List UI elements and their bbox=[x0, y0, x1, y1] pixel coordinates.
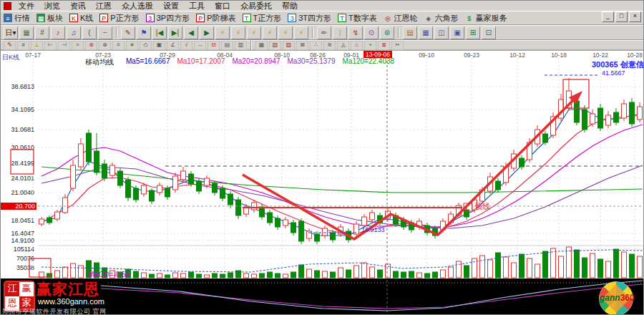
next-button[interactable]: ▶ bbox=[200, 26, 214, 39]
minus-button[interactable]: − bbox=[98, 26, 112, 39]
hatch1-button[interactable]: ▧ bbox=[269, 41, 281, 50]
tackl-button[interactable]: ⊢ bbox=[44, 41, 57, 50]
volume-bar bbox=[551, 248, 556, 278]
toolbar-item-gann-wheel[interactable]: ◎江恩轮 bbox=[384, 13, 418, 24]
dots-button[interactable]: ∴ bbox=[310, 41, 322, 50]
bolt1-button[interactable]: ⚡ bbox=[215, 26, 230, 39]
waves-button[interactable]: ≋ bbox=[323, 41, 336, 50]
menu-item-1[interactable]: 浏览 bbox=[39, 1, 65, 11]
toolbar-item-3t-square[interactable]: 33T四方形 bbox=[288, 13, 331, 24]
otimes-button[interactable]: ⊗ bbox=[99, 41, 111, 50]
menu-item-3[interactable]: 江恩 bbox=[91, 1, 117, 11]
bolt3-button[interactable]: ⚡ bbox=[247, 26, 261, 39]
flag-button[interactable]: ⚑ bbox=[137, 26, 151, 39]
pencil-button[interactable]: ✏ bbox=[317, 26, 331, 39]
cut-button[interactable]: ✂ bbox=[391, 41, 404, 50]
menu-item-5[interactable]: 设置 bbox=[158, 1, 184, 11]
candle-body bbox=[268, 213, 273, 223]
p-ladder-icon: P bbox=[196, 14, 205, 22]
candle-body bbox=[590, 114, 595, 124]
t-table-icon: T bbox=[338, 14, 346, 22]
paren-button[interactable]: ( bbox=[82, 26, 97, 39]
draw-pen-button[interactable]: ✎ bbox=[4, 41, 16, 50]
minimize-button[interactable]: _ bbox=[602, 11, 614, 22]
add-button[interactable]: ⊞ bbox=[466, 26, 480, 39]
bolt2-button[interactable]: ⚡ bbox=[231, 26, 245, 39]
toolbar-item-hexagon[interactable]: ◈六角形 bbox=[424, 13, 459, 24]
tackr-button[interactable]: ⊣ bbox=[58, 41, 70, 50]
note-red-button[interactable]: ♪ bbox=[51, 26, 65, 39]
main-toolbar: ≡行情▦板块KK线PP正方形33P四方形PP阶梯表TT正方形33T四方形TT数字… bbox=[1, 11, 644, 25]
ma-lines bbox=[42, 110, 643, 236]
root-button[interactable]: √ bbox=[180, 41, 192, 50]
toolbar-item-p-square[interactable]: PP正方形 bbox=[99, 13, 139, 24]
wave-button[interactable]: ≈ bbox=[72, 41, 84, 50]
oplus-button[interactable]: ⊕ bbox=[85, 41, 97, 50]
sq-button[interactable]: ▣ bbox=[153, 41, 165, 50]
restore-button[interactable]: □ bbox=[615, 11, 628, 22]
sheet1-button[interactable]: ▤ bbox=[221, 41, 233, 50]
bar-button[interactable]: | bbox=[333, 26, 347, 39]
prev-button[interactable]: ◀ bbox=[184, 26, 198, 39]
first-button[interactable]: |◀ bbox=[152, 26, 167, 39]
calc-button[interactable]: ▤ bbox=[403, 26, 417, 39]
equiv-button[interactable]: ≡ bbox=[112, 41, 125, 50]
note-blue-button[interactable]: ♫ bbox=[67, 26, 81, 39]
boxminus-button[interactable]: ⊟ bbox=[208, 41, 220, 50]
menu-item-2[interactable]: 资讯 bbox=[65, 1, 91, 11]
board-button[interactable]: ▣ bbox=[450, 26, 464, 39]
zap-button[interactable]: ↯ bbox=[348, 26, 363, 39]
angle-button[interactable]: ∠ bbox=[167, 41, 179, 50]
toolbar-item-quotes[interactable]: ≡行情 bbox=[4, 13, 30, 24]
grid2-button[interactable]: ▦ bbox=[255, 41, 268, 50]
boxx-button[interactable]: ⊠ bbox=[296, 41, 308, 50]
indicator-title[interactable]: 移动均线 bbox=[85, 57, 114, 67]
menu-item-9[interactable]: 帮助 bbox=[277, 1, 303, 11]
volume-bar bbox=[512, 263, 517, 278]
menu-item-4[interactable]: 众人选股 bbox=[117, 1, 158, 11]
burst-button[interactable]: ⊛ bbox=[380, 26, 394, 39]
toolbar-item-3p-square[interactable]: 33P四方形 bbox=[146, 13, 190, 24]
close-button[interactable]: × bbox=[629, 11, 641, 22]
stock-code-label[interactable]: 300365 创意信息 bbox=[592, 59, 644, 70]
volume-bar bbox=[236, 271, 241, 278]
toolbar-item-p-ladder[interactable]: PP阶梯表 bbox=[196, 13, 235, 24]
menu-item-6[interactable]: 工具 bbox=[184, 1, 210, 11]
target-button[interactable]: ⊙ bbox=[364, 26, 379, 39]
menu-item-0[interactable]: 文件 bbox=[14, 1, 39, 11]
plus-button[interactable]: + bbox=[364, 41, 376, 50]
panel-button[interactable]: ◫ bbox=[434, 26, 449, 39]
toolbar-item-kline[interactable]: KK线 bbox=[69, 13, 93, 24]
harrow-button[interactable]: ↔ bbox=[194, 41, 206, 50]
tri-button[interactable]: ◬ bbox=[337, 41, 349, 50]
toolbar-item-t-square[interactable]: TT正方形 bbox=[243, 13, 282, 24]
volume-bar bbox=[614, 249, 619, 278]
pen-button[interactable]: ✎ bbox=[121, 26, 135, 39]
last-button[interactable]: ▶| bbox=[168, 26, 182, 39]
sheet2-button[interactable]: ▥ bbox=[235, 41, 247, 50]
hash-button[interactable]: # bbox=[17, 41, 29, 50]
lines-button[interactable]: ≣ bbox=[378, 41, 390, 50]
toolbar-item-t-table[interactable]: TT数字表 bbox=[338, 13, 377, 24]
bolt5-button[interactable]: ⚡ bbox=[278, 26, 293, 39]
toolbar-item-winner-service[interactable]: $赢家服务 bbox=[465, 13, 507, 24]
menu-item-8[interactable]: 众易委托 bbox=[235, 1, 277, 11]
layout-button[interactable]: ▦ bbox=[19, 26, 34, 39]
star-button[interactable]: ∗ bbox=[126, 41, 138, 50]
seal-char: 江 bbox=[5, 282, 19, 296]
bolt4-button[interactable]: ⚡ bbox=[263, 26, 277, 39]
menu-item-7[interactable]: 窗口 bbox=[210, 1, 235, 11]
bolt6-button[interactable]: ⚡ bbox=[294, 26, 308, 39]
volume-ma-line bbox=[42, 250, 643, 272]
toolbar-item-sectors[interactable]: ▦板块 bbox=[36, 13, 63, 24]
ma20-line bbox=[42, 125, 643, 227]
hatch2-button[interactable]: ▨ bbox=[283, 41, 295, 50]
table-button[interactable]: ▦ bbox=[419, 26, 433, 39]
perp-button[interactable]: ⊥ bbox=[31, 41, 43, 50]
copy-button[interactable]: ⊡ bbox=[482, 26, 496, 39]
pane-tab[interactable]: 日K线 bbox=[2, 53, 19, 62]
period-day-button[interactable]: 日▾ bbox=[4, 26, 18, 39]
grid-button[interactable]: # bbox=[35, 26, 49, 39]
diam-button[interactable]: ◇ bbox=[140, 41, 152, 50]
home-button[interactable]: ⌂ bbox=[351, 41, 363, 50]
